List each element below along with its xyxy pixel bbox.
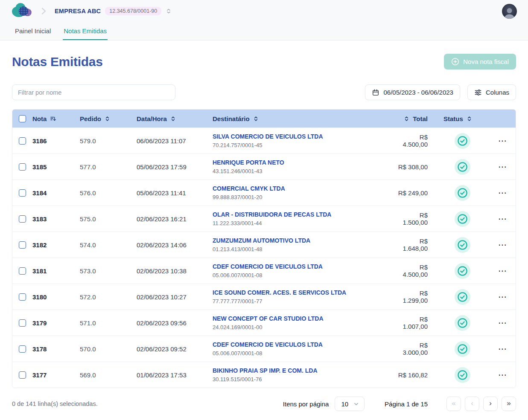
items-per-page-value: 10 <box>341 400 348 408</box>
status-success-icon <box>455 237 470 253</box>
row-checkbox[interactable] <box>19 137 26 145</box>
row-actions-button[interactable]: ⋯ <box>495 213 510 225</box>
cell-pedido: 572.0 <box>80 293 137 301</box>
table-footer: 0 de 141 linha(s) selecionadas. Itens po… <box>12 395 516 412</box>
company-tax-id-badge: 12.345.678/0001-90 <box>105 7 161 15</box>
column-header-pedido[interactable]: Pedido <box>80 115 137 122</box>
destinatario-link[interactable]: ICE SOUND COMER. ACES. E SERVICOS LTDA <box>213 289 395 297</box>
column-header-nota[interactable]: Nota <box>32 115 80 122</box>
items-per-page-select[interactable]: 10 <box>335 397 365 411</box>
status-success-icon <box>455 185 470 201</box>
app-logo-icon[interactable] <box>12 3 33 20</box>
cell-pedido: 577.0 <box>80 163 137 171</box>
destinatario-link[interactable]: CDEF COMERCIO DE VEICULOS LTDA <box>213 263 395 271</box>
row-actions-button[interactable]: ⋯ <box>495 187 510 199</box>
sort-descending-icon <box>50 116 56 122</box>
column-header-status[interactable]: Status <box>439 115 490 122</box>
destinatario-cnpj: 24.024.169/0001-00 <box>213 324 395 330</box>
user-avatar[interactable] <box>502 4 517 19</box>
table-row: 3184 576.0 05/06/2023 11:41 COMERCIAL CM… <box>12 180 516 206</box>
tab-notas-emitidas[interactable]: Notas Emitidas <box>63 22 108 40</box>
cell-nota: 3183 <box>32 215 80 223</box>
destinatario-cnpj: 05.006.007/0001-08 <box>213 272 395 278</box>
row-actions-button[interactable]: ⋯ <box>495 369 510 381</box>
destinatario-link[interactable]: SILVA COMERCIO DE VEICULOS LTDA <box>213 133 395 141</box>
row-checkbox[interactable] <box>19 345 26 353</box>
filter-actions: 06/05/2023 - 06/06/2023 Colunas <box>365 84 516 100</box>
table-row: 3185 577.0 05/06/2023 17:59 HENRIQUE POR… <box>12 154 516 180</box>
breadcrumb-chevron-icon <box>39 7 48 15</box>
cell-data-hora: 02/06/2023 10:38 <box>137 267 213 275</box>
main-nav-tabs: Painel Inicial Notas Emitidas <box>0 22 528 40</box>
column-header-total[interactable]: Total <box>395 115 439 122</box>
cell-destinatario: COMERCIAL CMYK LTDA 99.888.837/0001-20 <box>213 185 395 200</box>
row-actions-button[interactable]: ⋯ <box>495 317 510 329</box>
sliders-icon <box>474 89 482 96</box>
destinatario-link[interactable]: NEW CONCEPT OF CAR STUDIO LTDA <box>213 315 395 323</box>
row-actions-button[interactable]: ⋯ <box>495 265 510 277</box>
cell-pedido: 575.0 <box>80 215 137 223</box>
filter-row: 06/05/2023 - 06/06/2023 Colunas <box>12 84 516 100</box>
chevrons-up-down-icon <box>467 116 472 122</box>
row-checkbox[interactable] <box>19 189 26 197</box>
caret-sort-icon <box>166 8 172 14</box>
topbar-row: EMPRESA ABC 12.345.678/0001-90 <box>0 0 528 22</box>
table-row: 3182 574.0 02/06/2023 14:06 ZUMZUMZUM AU… <box>12 232 516 258</box>
cell-pedido: 570.0 <box>80 345 137 353</box>
cell-pedido: 574.0 <box>80 241 137 249</box>
plus-circle-icon <box>451 58 459 66</box>
next-page-button[interactable]: › <box>483 397 498 411</box>
tab-painel-inicial[interactable]: Painel Inicial <box>14 22 52 40</box>
row-checkbox[interactable] <box>19 293 26 301</box>
app: EMPRESA ABC 12.345.678/0001-90 Painel In… <box>0 0 528 412</box>
cell-data-hora: 05/06/2023 11:41 <box>137 189 213 197</box>
cell-pedido: 569.0 <box>80 371 137 379</box>
cell-data-hora: 05/06/2023 17:59 <box>137 163 213 171</box>
row-checkbox[interactable] <box>19 241 26 249</box>
row-checkbox[interactable] <box>19 215 26 223</box>
cell-nota: 3182 <box>32 241 80 249</box>
new-invoice-button[interactable]: Nova nota fiscal <box>444 54 516 70</box>
destinatario-link[interactable]: HENRIQUE PORTA NETO <box>213 159 395 167</box>
name-filter-input[interactable] <box>12 84 175 100</box>
destinatario-link[interactable]: ZUMZUMZUM AUTOMOTIVO LTDA <box>213 237 395 245</box>
status-success-icon <box>455 341 470 357</box>
select-all-checkbox[interactable] <box>19 115 26 122</box>
invoices-table: Nota Pedido <box>12 109 516 388</box>
destinatario-cnpj: 11.222.333/0001-44 <box>213 220 395 226</box>
destinatario-link[interactable]: CDEF COMERCIO DE VEICULOS LTDA <box>213 341 395 349</box>
person-icon <box>502 5 517 19</box>
first-page-button[interactable]: « <box>446 397 461 411</box>
destinatario-link[interactable]: OLAR - DISTRIBUIDORA DE PECAS LTDA <box>213 211 395 219</box>
row-actions-button[interactable]: ⋯ <box>495 239 510 251</box>
cell-pedido: 579.0 <box>80 137 137 145</box>
row-actions-button[interactable]: ⋯ <box>495 343 510 355</box>
row-checkbox[interactable] <box>19 319 26 327</box>
row-checkbox[interactable] <box>19 163 26 171</box>
last-page-button[interactable]: » <box>502 397 516 411</box>
destinatario-link[interactable]: COMERCIAL CMYK LTDA <box>213 185 395 193</box>
row-actions-button[interactable]: ⋯ <box>495 135 510 147</box>
previous-page-button[interactable]: ‹ <box>465 397 479 411</box>
chevron-down-icon <box>353 401 359 407</box>
cell-nota: 3185 <box>32 163 80 171</box>
date-range-button[interactable]: 06/05/2023 - 06/06/2023 <box>365 84 460 100</box>
column-header-destinatario[interactable]: Destinatário <box>213 115 395 122</box>
destinatario-link[interactable]: BIKINHO PRAIA SP IMP. E COM. LDA <box>213 367 395 375</box>
status-success-icon <box>455 367 470 383</box>
status-success-icon <box>455 315 470 331</box>
chevrons-up-down-icon <box>404 116 409 122</box>
cell-status <box>439 237 490 253</box>
page-title: Notas Emitidas <box>12 55 103 69</box>
row-checkbox[interactable] <box>19 371 26 379</box>
row-checkbox[interactable] <box>19 267 26 275</box>
row-actions-button[interactable]: ⋯ <box>495 161 510 173</box>
row-actions-button[interactable]: ⋯ <box>495 291 510 303</box>
cell-status <box>439 263 490 279</box>
column-header-data-hora[interactable]: Data/Hora <box>137 115 213 122</box>
cell-destinatario: SILVA COMERCIO DE VEICULOS LTDA 70.214.7… <box>213 133 395 148</box>
columns-button[interactable]: Colunas <box>467 84 516 100</box>
status-success-icon <box>455 263 470 279</box>
company-switcher[interactable]: EMPRESA ABC 12.345.678/0001-90 <box>55 7 172 15</box>
cell-data-hora: 06/06/2023 11:07 <box>137 137 213 145</box>
